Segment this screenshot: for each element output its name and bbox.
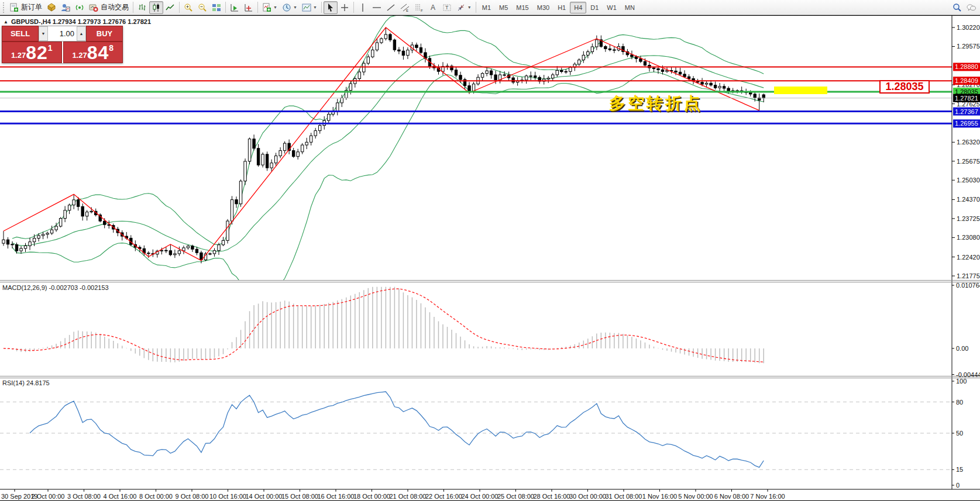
volume-increase-button[interactable]: ▲ (77, 26, 86, 41)
svg-text:1 Nov 16:00: 1 Nov 16:00 (642, 493, 677, 500)
svg-text:1.27367: 1.27367 (955, 108, 978, 115)
line-chart-button[interactable] (163, 1, 177, 14)
rsi-line (30, 392, 764, 467)
timeframe-button-m15[interactable]: M15 (512, 2, 532, 13)
vertical-line-button[interactable] (356, 1, 370, 14)
fibonacci-button[interactable]: F (412, 1, 426, 14)
timeframe-button-m5[interactable]: M5 (495, 2, 512, 13)
templates-button[interactable]: ▼ (300, 1, 319, 14)
periods-icon (282, 3, 291, 12)
timeframe-button-h4[interactable]: H4 (570, 2, 586, 13)
new-order-icon (9, 3, 19, 12)
svg-text:8 Oct 00:00: 8 Oct 00:00 (139, 493, 173, 500)
buy-price-sup: 8 (109, 43, 114, 53)
fibo-icon: F (414, 3, 424, 12)
label-button[interactable]: T (440, 1, 454, 14)
svg-text:-0.004446: -0.004446 (956, 371, 980, 378)
chart-shift-button[interactable] (242, 1, 256, 14)
indicators-button[interactable]: ▼ (260, 1, 280, 14)
zoom-out-button[interactable] (195, 1, 209, 14)
candlestick-chart-button[interactable] (149, 1, 163, 14)
yellow-highlight-rect[interactable] (774, 87, 827, 94)
svg-text:18 Oct 00:00: 18 Oct 00:00 (353, 493, 390, 500)
toolbar-separator (179, 2, 180, 13)
volume-spinner: ▼ 1.00 ▲ (39, 26, 86, 42)
trendline-icon (386, 3, 396, 12)
buy-button[interactable]: BUY (86, 26, 123, 42)
channel-icon: E (400, 3, 410, 12)
buy-price-prefix: 1.27 (72, 51, 87, 60)
candles-icon (152, 3, 161, 12)
price-flag-label[interactable]: 1.28035 (879, 80, 930, 94)
rsi-label: RSI(14) 24.8175 (2, 379, 50, 386)
svg-text:9 Oct 08:00: 9 Oct 08:00 (176, 493, 209, 500)
svg-text:0: 0 (956, 482, 960, 489)
svg-text:1.28880: 1.28880 (955, 63, 978, 70)
chart-window[interactable]: 1.302201.295751.282701.276251.263201.256… (0, 15, 980, 501)
timeframe-button-m1[interactable]: M1 (478, 2, 495, 13)
text-icon: A (428, 3, 438, 12)
buy-price-display[interactable]: 1.27 84 8 (63, 42, 123, 63)
timeframe-button-w1[interactable]: W1 (603, 2, 621, 13)
timeframe-button-d1[interactable]: D1 (586, 2, 603, 13)
arrows-button[interactable]: ▼ (454, 1, 474, 14)
text-button[interactable]: A (426, 1, 440, 14)
timeframe-button-m30[interactable]: M30 (533, 2, 553, 13)
bar-chart-button[interactable] (135, 1, 149, 14)
bar-chart-icon (137, 3, 147, 12)
sell-price-prefix: 1.27 (11, 51, 26, 60)
periods-button[interactable]: ▼ (280, 1, 300, 14)
svg-text:1.21775: 1.21775 (957, 272, 980, 279)
macd-pane (4, 287, 764, 364)
tiles-icon (212, 3, 221, 12)
data-window-icon (61, 3, 70, 12)
trendline-button[interactable] (384, 1, 398, 14)
svg-text:50: 50 (956, 430, 963, 437)
turning-point-annotation[interactable]: 多空转折点 (609, 92, 703, 115)
market-watch-button[interactable] (44, 1, 59, 14)
signals-icon (75, 3, 84, 12)
svg-text:7 Nov 16:00: 7 Nov 16:00 (750, 493, 785, 500)
sell-button[interactable]: SELL (2, 26, 39, 42)
horizontal-line-button[interactable] (370, 1, 384, 14)
channel-button[interactable]: E (398, 1, 412, 14)
svg-text:3 Oct 08:00: 3 Oct 08:00 (67, 493, 101, 500)
auto-trading-button[interactable]: 自动交易 (87, 1, 131, 14)
arrows-icon (456, 3, 466, 12)
svg-text:1.23725: 1.23725 (957, 215, 980, 222)
collapse-panel-icon[interactable]: ▲ (4, 19, 8, 25)
indicators-icon (262, 3, 271, 12)
svg-text:T: T (445, 5, 449, 11)
chat-button[interactable] (964, 1, 978, 14)
bollinger-band (12, 16, 764, 244)
sell-price-big: 82 (26, 43, 48, 62)
volume-decrease-button[interactable]: ▼ (39, 26, 48, 41)
toolbar-separator (225, 2, 226, 13)
new-order-button[interactable]: 新订单 (7, 1, 44, 14)
cursor-icon (326, 3, 335, 12)
toolbar-separator (476, 2, 476, 13)
zoom-in-button[interactable] (181, 1, 195, 14)
svg-text:1.22420: 1.22420 (957, 254, 980, 261)
timeframe-button-h1[interactable]: H1 (553, 2, 570, 13)
volume-input[interactable]: 1.00 (48, 26, 77, 41)
time-axis[interactable]: 30 Sep 20192 Oct 00:003 Oct 08:004 Oct 1… (1, 489, 785, 500)
auto-scroll-button[interactable] (228, 1, 242, 14)
price-chart[interactable]: 1.302201.295751.282701.276251.263201.256… (0, 16, 980, 501)
auto-trading-icon (89, 3, 98, 12)
cursor-button[interactable] (324, 1, 338, 14)
chart-symbol-line: ▲ GBPUSD-,H4 1.27934 1.27973 1.27676 1.2… (4, 18, 151, 25)
search-button[interactable] (950, 1, 964, 14)
timeframe-button-mn[interactable]: MN (621, 2, 639, 13)
svg-text:6 Nov 08:00: 6 Nov 08:00 (714, 493, 749, 500)
crosshair-button[interactable] (338, 1, 352, 14)
price-axis[interactable]: 1.302201.295751.282701.276251.263201.256… (952, 24, 980, 489)
data-window-button[interactable] (59, 1, 73, 14)
tile-windows-button[interactable] (209, 1, 223, 14)
sell-price-sup: 1 (48, 43, 53, 53)
sell-price-display[interactable]: 1.27 82 1 (2, 42, 62, 63)
symbol-ohlc-text: GBPUSD-,H4 1.27934 1.27973 1.27676 1.278… (11, 18, 151, 25)
dropdown-arrow-icon: ▼ (273, 5, 277, 9)
svg-text:1.25030: 1.25030 (957, 177, 980, 184)
signals-button[interactable] (73, 1, 87, 14)
